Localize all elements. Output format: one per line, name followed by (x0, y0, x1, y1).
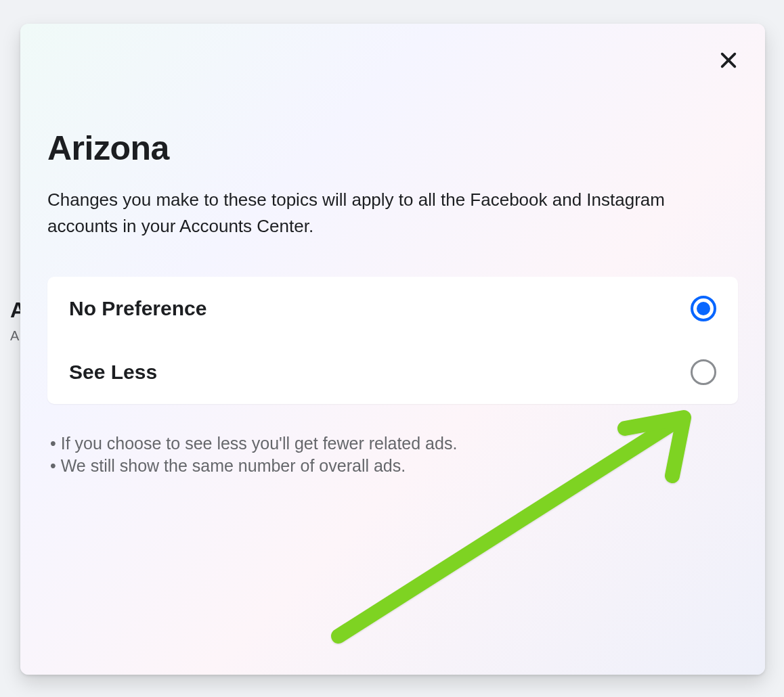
radio-unselected-icon (691, 359, 716, 385)
modal-description: Changes you make to these topics will ap… (47, 187, 697, 240)
close-button[interactable] (712, 44, 745, 76)
radio-selected-icon (691, 296, 716, 321)
option-label: No Preference (69, 297, 206, 320)
options-card: No Preference See Less (47, 277, 738, 404)
option-label: See Less (69, 361, 157, 384)
topic-preference-modal: Arizona Changes you make to these topics… (20, 24, 765, 675)
option-see-less[interactable]: See Less (47, 340, 738, 404)
info-list: • If you choose to see less you'll get f… (47, 432, 738, 476)
close-icon (718, 49, 739, 71)
info-item: • We still show the same number of overa… (50, 455, 738, 477)
option-no-preference[interactable]: No Preference (47, 277, 738, 340)
annotation-arrow-icon (328, 389, 701, 646)
info-item: • If you choose to see less you'll get f… (50, 432, 738, 455)
modal-title: Arizona (47, 129, 738, 168)
